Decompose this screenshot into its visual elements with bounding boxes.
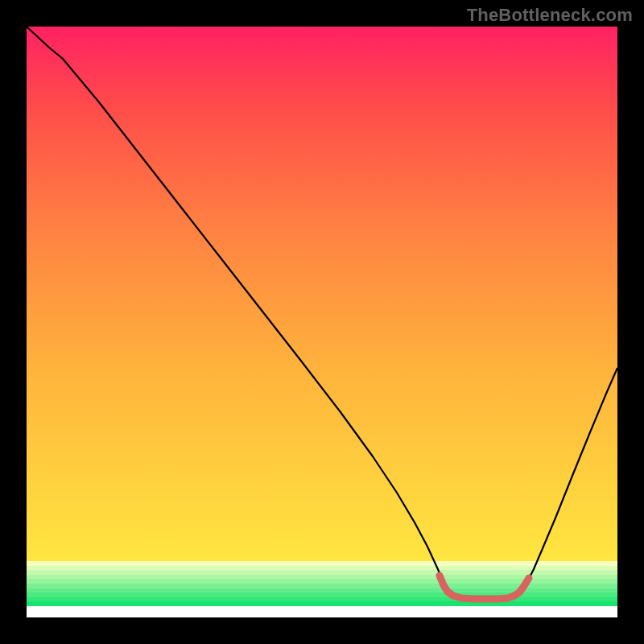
curve-layer xyxy=(27,27,617,617)
watermark-text: TheBottleneck.com xyxy=(467,5,633,26)
pink-highlight xyxy=(440,576,529,599)
plot-area xyxy=(27,27,617,617)
bottleneck-curve xyxy=(27,27,617,599)
chart-frame: TheBottleneck.com xyxy=(0,0,644,644)
